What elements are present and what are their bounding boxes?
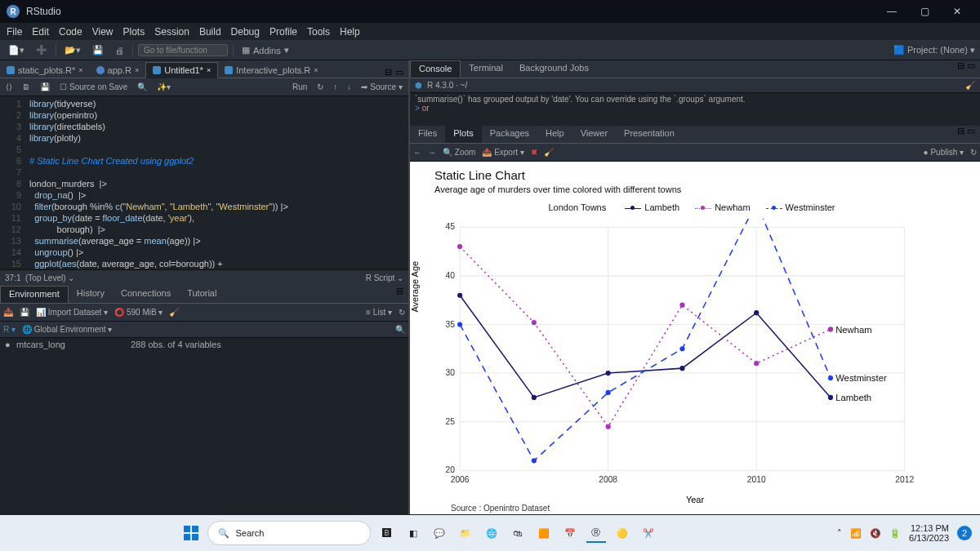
tab-untitled1[interactable]: Untitled1*× [145,62,218,78]
remove-plot-icon[interactable]: ✖ [531,148,537,157]
plot-next-icon[interactable]: → [428,148,436,157]
tab-plots-pane[interactable]: Plots [445,126,481,143]
up-chunk-icon[interactable]: ↑ [331,82,340,91]
wifi-icon[interactable]: 📶 [850,528,862,539]
zoom-button[interactable]: 🔍 Zoom [443,148,475,157]
bing-icon[interactable]: 🅱 [377,523,397,543]
memory-usage[interactable]: ⭕ 590 MiB ▾ [114,308,163,317]
new-file-icon[interactable]: 📄▾ [5,45,28,56]
battery-icon[interactable]: 🔋 [889,528,901,539]
clear-console-icon[interactable]: 🧹 [965,81,975,90]
clock-time[interactable]: 12:13 PM [909,523,949,533]
minimize-button[interactable]: — [875,0,908,23]
chat-icon[interactable]: 💬 [430,523,449,543]
code-editor[interactable]: 1234567891011121314151617181920212223242… [0,96,408,269]
edge-icon[interactable]: 🌐 [482,523,501,543]
rstudio-taskbar-icon[interactable]: Ⓡ [586,523,606,543]
menu-profile[interactable]: Profile [270,26,297,38]
source-maximize-icon[interactable]: ▭ [395,67,403,78]
sublime-icon[interactable]: 🟧 [534,523,554,543]
menu-plots[interactable]: Plots [123,26,145,38]
clock-date[interactable]: 6/13/2023 [909,533,949,543]
volume-icon[interactable]: 🔇 [870,528,881,539]
import-dataset[interactable]: 📊 Import Dataset ▾ [36,308,108,317]
expand-icon[interactable]: ● [5,340,16,349]
export-button[interactable]: 📤 Export ▾ [482,148,523,157]
tab-bg-jobs[interactable]: Background Jobs [511,60,597,78]
plot-min-icon[interactable]: ⊟ ▭ [952,126,980,143]
back-icon[interactable]: ⟨⟩ [3,82,15,91]
source-button[interactable]: ➡ Source ▾ [359,82,405,91]
publish-button[interactable]: ● Publish ▾ [924,148,964,157]
tab-help[interactable]: Help [537,126,572,143]
task-view-icon[interactable]: ◧ [403,523,423,543]
explorer-icon[interactable]: 📁 [456,523,475,543]
refresh-env-icon[interactable]: ↻ [399,308,405,317]
menu-debug[interactable]: Debug [231,26,260,38]
global-env[interactable]: 🌐 Global Environment ▾ [22,325,112,334]
find-icon[interactable]: 🔍 [135,82,149,91]
source-minimize-icon[interactable]: ⊟ [385,67,392,78]
show-doc-icon[interactable]: 🗎 [20,82,33,91]
clear-plots-icon[interactable]: 🧹 [544,148,554,157]
goto-file-input[interactable]: Go to file/function [138,44,228,56]
tab-viewer[interactable]: Viewer [572,126,616,143]
list-view[interactable]: ≡ List ▾ [366,308,392,317]
calendar-icon[interactable]: 📅 [560,523,580,543]
menu-file[interactable]: File [7,26,22,38]
menu-session[interactable]: Session [154,26,189,38]
tab-terminal[interactable]: Terminal [461,60,511,78]
snip-icon[interactable]: ✂️ [639,523,658,543]
rerun-icon[interactable]: ↻ [314,82,326,91]
tray-chevron-icon[interactable]: ˄ [837,528,842,539]
tab-console[interactable]: Console [410,60,461,78]
menu-code[interactable]: Code [59,26,82,38]
new-project-icon[interactable]: ➕ [33,45,51,56]
source-on-save[interactable]: ☐ Source on Save [57,82,130,91]
r-scope-icon[interactable]: R ▾ [3,325,16,334]
load-ws-icon[interactable]: 📥 [3,308,13,317]
chrome-icon[interactable]: 🟡 [612,523,632,543]
menu-tools[interactable]: Tools [307,26,330,38]
notification-badge[interactable]: 2 [957,526,972,540]
open-file-icon[interactable]: 📂▾ [61,45,84,56]
tab-packages[interactable]: Packages [482,126,537,143]
wand-icon[interactable]: ✨▾ [154,82,173,91]
menu-build[interactable]: Build [199,26,221,38]
tab-presentation[interactable]: Presentation [616,126,683,143]
refresh-plot-icon[interactable]: ↻ [970,148,977,157]
tab-static-plots[interactable]: static_plots.R*× [0,63,90,78]
console-output[interactable]: `summarise()` has grouped output by 'dat… [410,93,980,126]
store-icon[interactable]: 🛍 [508,523,528,543]
taskbar-search[interactable]: 🔍 Search [207,521,371,545]
save-icon[interactable]: 💾 [38,82,52,91]
save-all-icon[interactable]: 💾 [89,45,107,56]
menu-edit[interactable]: Edit [32,26,49,38]
tab-files[interactable]: Files [410,126,445,143]
menu-help[interactable]: Help [340,26,360,38]
console-min-icon[interactable]: ⊟ ▭ [952,60,980,78]
menu-view[interactable]: View [92,26,114,38]
broom-icon[interactable]: 🧹 [169,308,179,317]
tab-interactive-plots[interactable]: Interactive_plots.R× [218,63,324,78]
save-ws-icon[interactable]: 💾 [20,308,29,317]
env-var-name[interactable]: mtcars_long [16,340,131,349]
tab-environment[interactable]: Environment [0,286,69,303]
svg-text:35: 35 [446,320,456,329]
close-button[interactable]: ✕ [941,0,973,23]
tab-history[interactable]: History [69,286,113,303]
down-chunk-icon[interactable]: ↓ [345,82,354,91]
run-button[interactable]: Run [290,82,310,91]
addins-menu[interactable]: ▦ Addins ▾ [238,45,292,56]
search-env-icon[interactable]: 🔍 [395,325,405,334]
start-icon[interactable] [181,523,201,543]
tab-connections[interactable]: Connections [113,286,179,303]
maximize-button[interactable]: ▢ [908,0,941,23]
env-minimize-icon[interactable]: ⊟ [391,286,408,303]
svg-text:40: 40 [446,271,456,280]
project-menu[interactable]: 🟦 Project: (None) ▾ [893,45,975,56]
plot-prev-icon[interactable]: ← [413,148,421,157]
print-icon[interactable]: 🖨 [112,46,127,56]
tab-tutorial[interactable]: Tutorial [179,286,225,303]
tab-app-r[interactable]: app.R× [90,63,146,78]
